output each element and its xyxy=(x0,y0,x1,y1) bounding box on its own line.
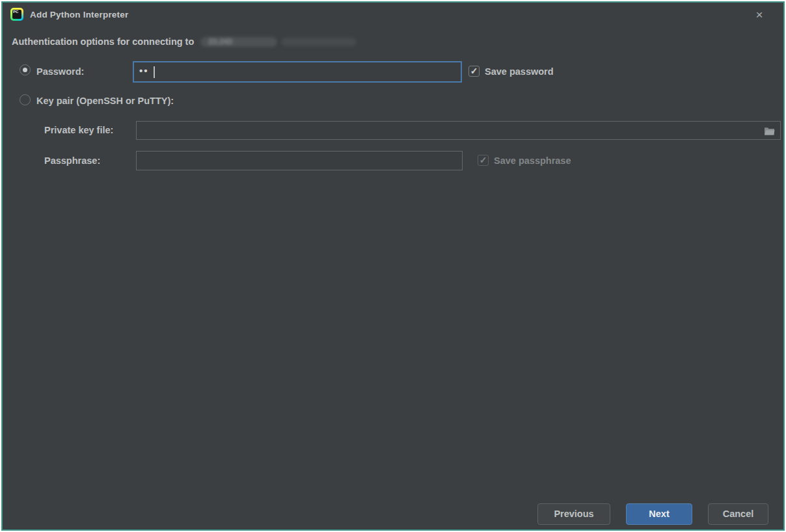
title-bar[interactable]: PC Add Python Interpreter × xyxy=(3,3,783,26)
check-icon: ✓ xyxy=(480,155,487,165)
save-password-label: Save password xyxy=(485,66,554,77)
cancel-button[interactable]: Cancel xyxy=(708,503,768,525)
password-input[interactable]: •• xyxy=(133,61,462,83)
password-radio[interactable] xyxy=(20,64,31,75)
save-passphrase-label: Save passphrase xyxy=(494,155,571,166)
previous-button[interactable]: Previous xyxy=(537,503,610,525)
pycharm-icon: PC xyxy=(10,8,23,21)
redacted-host: 23.243 xyxy=(200,37,277,47)
passphrase-input[interactable] xyxy=(136,151,463,170)
auth-header-text: Authentication options for connecting to xyxy=(12,36,194,47)
save-passphrase-checkbox: ✓ xyxy=(478,155,489,166)
browse-button[interactable] xyxy=(762,124,776,138)
redacted-host-2 xyxy=(281,38,357,46)
add-python-interpreter-dialog: PC Add Python Interpreter × Authenticati… xyxy=(3,3,783,529)
close-icon[interactable]: × xyxy=(752,8,766,22)
open-folder-icon xyxy=(764,126,775,136)
check-icon: ✓ xyxy=(470,66,478,76)
passphrase-label: Passphrase: xyxy=(44,155,100,166)
save-password-checkbox[interactable]: ✓ xyxy=(468,66,480,77)
keypair-label: Key pair (OpenSSH or PuTTY): xyxy=(36,96,174,106)
keypair-radio[interactable] xyxy=(20,94,31,105)
private-key-input[interactable] xyxy=(136,121,781,140)
text-caret xyxy=(154,66,155,78)
next-button[interactable]: Next xyxy=(626,503,692,525)
dialog-title: Add Python Interpreter xyxy=(30,10,128,20)
dialog-window: PC Add Python Interpreter × Authenticati… xyxy=(1,1,785,531)
password-label: Password: xyxy=(36,66,84,77)
private-key-label: Private key file: xyxy=(44,125,113,135)
password-masked-value: •• xyxy=(139,65,149,76)
auth-header: Authentication options for connecting to… xyxy=(12,36,357,47)
